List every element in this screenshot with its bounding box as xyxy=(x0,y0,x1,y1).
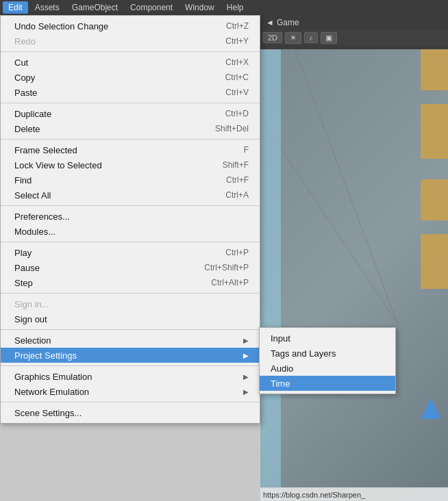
game-toolbar: 2D ☀ ♪ ▣ xyxy=(260,30,448,45)
menu-item-preferences[interactable]: Preferences... xyxy=(1,209,260,224)
separator-6 xyxy=(1,293,260,294)
submenu-item-input[interactable]: Input xyxy=(260,331,395,346)
menu-item-paste-label: Paste xyxy=(14,88,198,98)
menu-item-signin: Sign in... xyxy=(1,296,260,311)
menu-item-signout-label: Sign out xyxy=(14,314,249,324)
menu-item-selection[interactable]: Selection ▶ xyxy=(1,333,260,348)
game-toolbar-2d[interactable]: 2D xyxy=(263,32,282,43)
menu-item-paste[interactable]: Paste Ctrl+V xyxy=(1,85,260,100)
menu-item-frame-selected[interactable]: Frame Selected F xyxy=(1,142,260,157)
separator-8 xyxy=(1,365,260,366)
menu-item-network-emulation[interactable]: Network Emulation ▶ xyxy=(1,384,260,399)
menu-item-paste-shortcut: Ctrl+V xyxy=(225,88,249,97)
separator-4 xyxy=(1,205,260,206)
edit-menu-dropdown: Undo Selection Change Ctrl+Z Redo Ctrl+Y… xyxy=(0,15,260,424)
menu-item-step-shortcut: Ctrl+Alt+P xyxy=(211,278,249,287)
submenu-item-time-label: Time xyxy=(271,378,290,389)
menu-item-prefs-label: Preferences... xyxy=(14,211,249,222)
menu-item-network-label: Network Emulation xyxy=(14,387,238,397)
menu-item-duplicate[interactable]: Duplicate Ctrl+D xyxy=(1,106,260,121)
menu-item-scene-settings[interactable]: Scene Settings... xyxy=(1,405,260,420)
menu-item-scenesettings-label: Scene Settings... xyxy=(14,408,249,418)
menu-item-lock-view[interactable]: Lock View to Selected Shift+F xyxy=(1,157,260,172)
menu-item-cut-shortcut: Ctrl+X xyxy=(225,57,249,67)
svg-line-1 xyxy=(295,49,397,323)
menu-item-selectall-label: Select All xyxy=(14,190,198,201)
menu-item-cut[interactable]: Cut Ctrl+X xyxy=(1,55,260,70)
submenu-item-time[interactable]: Time xyxy=(260,376,395,391)
menu-item-duplicate-label: Duplicate xyxy=(14,109,198,119)
menu-item-step-label: Step xyxy=(14,278,184,288)
menu-item-find[interactable]: Find Ctrl+F xyxy=(1,172,260,188)
separator-3 xyxy=(1,139,260,140)
game-toolbar-light[interactable]: ☀ xyxy=(285,32,301,44)
submenu-item-tags-label: Tags and Layers xyxy=(271,348,336,359)
menu-item-graphics-emulation[interactable]: Graphics Emulation ▶ xyxy=(1,369,260,384)
menu-bar-item-component[interactable]: Component xyxy=(125,1,178,14)
menu-bar-item-gameobject[interactable]: GameObject xyxy=(66,1,123,14)
menu-item-modules[interactable]: Modules... xyxy=(1,224,260,239)
menu-bar-item-help[interactable]: Help xyxy=(221,1,249,14)
submenu-item-input-label: Input xyxy=(271,333,290,344)
menu-item-find-label: Find xyxy=(14,175,199,185)
menu-item-undo[interactable]: Undo Selection Change Ctrl+Z xyxy=(1,18,260,34)
menu-item-redo-shortcut: Ctrl+Y xyxy=(225,36,249,46)
game-tab-icon: ◄ xyxy=(266,18,274,27)
menu-item-graphics-label: Graphics Emulation xyxy=(14,372,238,382)
menu-item-redo-label: Redo xyxy=(14,36,198,47)
submenu-item-tags-layers[interactable]: Tags and Layers xyxy=(260,346,395,361)
menu-item-step[interactable]: Step Ctrl+Alt+P xyxy=(1,275,260,290)
submenu-item-audio-label: Audio xyxy=(271,363,293,374)
menu-item-pause[interactable]: Pause Ctrl+Shift+P xyxy=(1,260,260,275)
url-bar: https://blog.csdn.net/Sharpen_ xyxy=(260,487,448,501)
game-viewport xyxy=(260,49,448,501)
menu-item-duplicate-shortcut: Ctrl+D xyxy=(225,109,249,118)
url-bar-text: https://blog.csdn.net/Sharpen_ xyxy=(263,491,365,499)
menu-item-play-label: Play xyxy=(14,248,198,258)
menu-bar: Edit Assets GameObject Component Window … xyxy=(0,0,448,15)
svg-line-0 xyxy=(260,118,397,323)
menu-item-play[interactable]: Play Ctrl+P xyxy=(1,245,260,260)
separator-2 xyxy=(1,103,260,103)
menu-item-pause-shortcut: Ctrl+Shift+P xyxy=(204,263,249,272)
menu-item-signout[interactable]: Sign out xyxy=(1,311,260,326)
menu-item-delete[interactable]: Delete Shift+Del xyxy=(1,121,260,136)
menu-item-projsettings-arrow: ▶ xyxy=(243,352,249,359)
menu-item-play-shortcut: Ctrl+P xyxy=(225,248,249,257)
scene-lines xyxy=(260,49,448,501)
menu-item-projsettings-label: Project Settings xyxy=(14,350,238,361)
game-panel-tab: ◄ Game xyxy=(260,15,448,30)
menu-item-delete-shortcut: Shift+Del xyxy=(215,124,249,133)
menu-item-select-all[interactable]: Select All Ctrl+A xyxy=(1,188,260,203)
game-panel: ◄ Game 2D ☀ ♪ ▣ xyxy=(260,15,448,49)
game-tab-label[interactable]: ◄ Game xyxy=(266,18,299,27)
game-toolbar-audio[interactable]: ♪ xyxy=(304,32,318,43)
menu-item-frame-shortcut: F xyxy=(244,145,249,155)
separator-5 xyxy=(1,242,260,242)
menu-item-copy-shortcut: Ctrl+C xyxy=(225,73,249,82)
menu-item-copy[interactable]: Copy Ctrl+C xyxy=(1,70,260,85)
menu-item-selectall-shortcut: Ctrl+A xyxy=(225,190,249,200)
separator-9 xyxy=(1,402,260,402)
menu-item-graphics-arrow: ▶ xyxy=(243,373,249,381)
menu-bar-item-assets[interactable]: Assets xyxy=(29,1,65,14)
menu-item-undo-shortcut: Ctrl+Z xyxy=(226,21,249,31)
menu-item-signin-label: Sign in... xyxy=(14,299,249,309)
game-tab-text: Game xyxy=(277,18,299,27)
project-settings-submenu: Input Tags and Layers Audio Time xyxy=(259,327,396,394)
menu-item-project-settings[interactable]: Project Settings ▶ xyxy=(1,348,260,363)
menu-item-undo-label: Undo Selection Change xyxy=(14,21,199,31)
game-toolbar-screen[interactable]: ▣ xyxy=(321,32,337,44)
menu-item-pause-label: Pause xyxy=(14,263,177,273)
menu-item-selection-arrow: ▶ xyxy=(243,337,249,344)
menu-item-network-arrow: ▶ xyxy=(243,388,249,396)
menu-bar-item-edit[interactable]: Edit xyxy=(3,1,28,14)
menu-item-copy-label: Copy xyxy=(14,73,198,83)
menu-item-redo: Redo Ctrl+Y xyxy=(1,34,260,49)
menu-item-find-shortcut: Ctrl+F xyxy=(226,175,249,185)
submenu-item-audio[interactable]: Audio xyxy=(260,361,395,376)
separator-7 xyxy=(1,329,260,330)
menu-item-lock-label: Lock View to Selected xyxy=(14,160,195,170)
menu-item-selection-label: Selection xyxy=(14,335,238,346)
menu-bar-item-window[interactable]: Window xyxy=(179,1,220,14)
